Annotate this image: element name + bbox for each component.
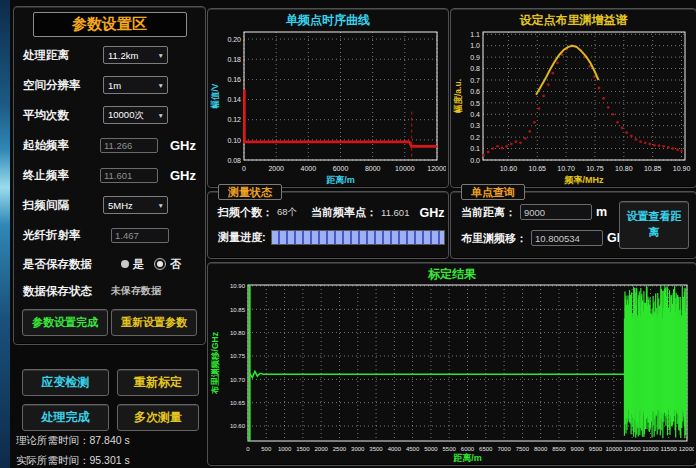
- svg-text:10.80: 10.80: [230, 330, 246, 336]
- svg-text:0.2: 0.2: [470, 134, 480, 141]
- svg-text:3500: 3500: [369, 446, 383, 452]
- sweep-count-value: 68个: [277, 206, 297, 219]
- theory-time-row: 理论所需时间：87.840 s: [16, 434, 130, 448]
- svg-text:距离/m: 距离/m: [326, 175, 355, 185]
- current-freq-value: 11.601: [381, 207, 409, 218]
- svg-text:3000: 3000: [351, 446, 365, 452]
- multi-measure-button[interactable]: 多次测量: [117, 404, 199, 431]
- radio-dot-selected-icon: [154, 258, 166, 270]
- field-label: 数据保存状态: [23, 284, 111, 299]
- set-view-distance-button[interactable]: 设置查看距离: [619, 201, 689, 249]
- params-done-button[interactable]: 参数设置完成: [22, 309, 108, 336]
- sweep-interval-dropdown[interactable]: 5MHz ▼: [103, 196, 168, 214]
- dropdown-value: 10000次: [108, 109, 158, 122]
- current-distance-row: 当前距离： m: [461, 204, 607, 220]
- chevron-down-icon: ▼: [158, 82, 164, 89]
- start-frequency-input[interactable]: [100, 138, 158, 153]
- svg-text:0.16: 0.16: [227, 76, 241, 83]
- svg-text:2000: 2000: [268, 165, 284, 172]
- process-done-button[interactable]: 处理完成: [22, 404, 109, 431]
- svg-text:10.65: 10.65: [230, 400, 246, 406]
- params-panel: 参数设置区 处理距离 11.2km ▼ 空间分辨率 1m ▼ 平均次数 10: [13, 6, 206, 345]
- gain-spectrum-panel: 设定点布里渊增益谱 10.6010.6510.7010.7510.8010.85…: [450, 8, 696, 188]
- chevron-down-icon: ▼: [158, 112, 164, 119]
- params-reset-button[interactable]: 重新设置参数: [111, 309, 197, 336]
- spatial-resolution-dropdown[interactable]: 1m ▼: [103, 76, 168, 94]
- point-query-panel: 单点查询 当前距离： m 布里渊频移： GHz 设置查看距离: [450, 191, 696, 259]
- svg-text:1.0: 1.0: [470, 42, 480, 49]
- field-label: 平均次数: [23, 108, 103, 123]
- radio-dot-icon: [121, 260, 129, 268]
- actual-time-label: 实际所需时间：: [16, 454, 90, 466]
- brillouin-shift-row: 布里渊频移： GHz: [461, 230, 632, 246]
- field-label: 起始频率: [23, 138, 100, 153]
- svg-text:10.75: 10.75: [230, 353, 246, 359]
- param-row-sweep-interval: 扫频间隔 5MHz ▼: [23, 190, 196, 220]
- svg-text:布里渊频移/GHz: 布里渊频移/GHz: [210, 332, 220, 395]
- svg-text:0: 0: [246, 446, 250, 452]
- radio-label: 否: [170, 257, 181, 272]
- unit-label: GHz: [170, 168, 196, 183]
- brillouin-shift-input[interactable]: [531, 230, 603, 246]
- measure-status-title: 测量状态: [218, 184, 282, 200]
- average-count-dropdown[interactable]: 10000次 ▼: [103, 106, 168, 124]
- svg-text:8000: 8000: [534, 446, 548, 452]
- recalibrate-button[interactable]: 重新标定: [117, 369, 199, 396]
- app-window: 参数设置区 处理距离 11.2km ▼ 空间分辨率 1m ▼ 平均次数 10: [0, 0, 696, 468]
- svg-text:0: 0: [242, 165, 246, 172]
- svg-text:0.10: 0.10: [227, 137, 241, 144]
- gain-spectrum-chart: 10.6010.6510.7010.7510.8010.8510.900.00.…: [453, 26, 694, 185]
- params-field-rows: 处理距离 11.2km ▼ 空间分辨率 1m ▼ 平均次数 10000次 ▼: [14, 40, 205, 304]
- svg-text:幅度/a.u.: 幅度/a.u.: [453, 79, 463, 113]
- svg-text:1500: 1500: [296, 446, 310, 452]
- param-row-start-frequency: 起始频率 GHz: [23, 130, 196, 160]
- svg-text:0.1: 0.1: [470, 145, 480, 152]
- progress-label: 测量进度:: [218, 230, 266, 245]
- svg-text:0.0: 0.0: [470, 157, 480, 164]
- svg-text:10.75: 10.75: [586, 165, 604, 172]
- refractive-index-input[interactable]: [111, 228, 169, 243]
- param-row-save-status: 数据保存状态 未保存数据: [23, 278, 196, 304]
- svg-text:6000: 6000: [461, 446, 475, 452]
- field-label: 处理距离: [23, 48, 103, 63]
- save-yes-radio[interactable]: 是: [121, 257, 144, 272]
- svg-text:5000: 5000: [424, 446, 438, 452]
- radio-label: 是: [133, 257, 144, 272]
- calibration-result-chart: 0500100015002000250030003500400045005000…: [210, 280, 694, 463]
- svg-text:0.18: 0.18: [227, 56, 241, 63]
- theory-time-label: 理论所需时间：: [16, 434, 90, 446]
- param-row-stop-frequency: 终止频率 GHz: [23, 160, 196, 190]
- field-label: 空间分辨率: [23, 78, 103, 93]
- measure-progress-bar: [271, 230, 445, 245]
- save-no-radio[interactable]: 否: [154, 257, 181, 272]
- svg-text:4500: 4500: [406, 446, 420, 452]
- stop-frequency-input[interactable]: [100, 168, 158, 183]
- svg-text:12000: 12000: [679, 446, 694, 452]
- save-status-value: 未保存数据: [111, 284, 161, 298]
- distance-unit: m: [596, 205, 607, 219]
- brillouin-shift-label: 布里渊频移：: [461, 231, 527, 246]
- current-distance-input[interactable]: [520, 204, 592, 220]
- svg-text:10.90: 10.90: [673, 165, 691, 172]
- svg-text:11500: 11500: [661, 446, 678, 452]
- processing-distance-dropdown[interactable]: 11.2km ▼: [103, 46, 168, 64]
- svg-text:0.4: 0.4: [470, 111, 480, 118]
- svg-text:11000: 11000: [642, 446, 659, 452]
- svg-text:2500: 2500: [333, 446, 347, 452]
- param-row-refractive-index: 光纤折射率: [23, 220, 196, 250]
- current-distance-label: 当前距离：: [461, 205, 516, 220]
- strain-detect-button[interactable]: 应变检测: [22, 369, 109, 396]
- svg-text:5500: 5500: [443, 446, 457, 452]
- current-freq-label: 当前频率点：: [311, 205, 377, 220]
- svg-text:距离/m: 距离/m: [453, 453, 482, 463]
- svg-text:6500: 6500: [479, 446, 493, 452]
- progress-fill: [272, 231, 444, 244]
- param-row-save-data: 是否保存数据 是 否: [23, 250, 196, 278]
- desktop-background-strip: [0, 0, 10, 468]
- svg-text:9500: 9500: [589, 446, 603, 452]
- time-series-panel: 单频点时序曲线 0200040006000800010000120000.080…: [207, 8, 449, 188]
- param-row-average-count: 平均次数 10000次 ▼: [23, 100, 196, 130]
- params-buttons-row: 参数设置完成 重新设置参数: [14, 304, 205, 336]
- svg-text:10000: 10000: [395, 165, 415, 172]
- svg-text:7000: 7000: [497, 446, 511, 452]
